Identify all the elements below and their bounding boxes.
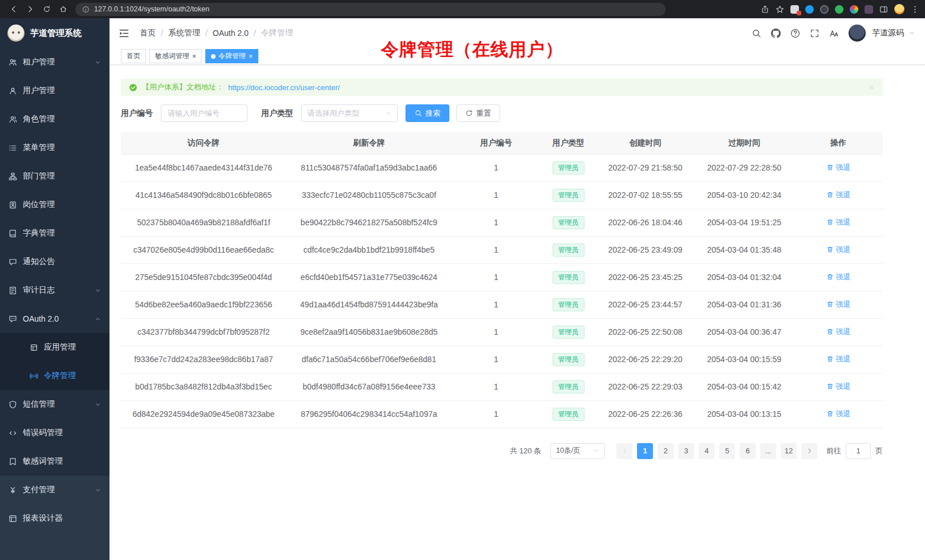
pagination-page-3[interactable]: 3	[678, 443, 694, 459]
pagination-next-button[interactable]	[801, 443, 817, 459]
bookmark-star-icon[interactable]	[776, 5, 784, 14]
tab-sensitive-word[interactable]: 敏感词管理×	[149, 49, 202, 63]
browser-forward-button[interactable]	[22, 2, 38, 17]
tab-close-icon[interactable]: ×	[192, 53, 196, 60]
search-icon[interactable]	[752, 29, 761, 38]
extension-icon[interactable]	[805, 5, 814, 14]
user-id-input[interactable]	[161, 104, 248, 122]
tab-close-icon[interactable]: ×	[249, 53, 253, 60]
breadcrumb-item[interactable]: 首页	[140, 28, 156, 38]
sidebar-item-post[interactable]: 岗位管理	[0, 190, 109, 219]
share-icon[interactable]	[761, 5, 769, 14]
extension-icon[interactable]	[790, 5, 799, 14]
sidebar-item-tenant[interactable]: 租户管理	[0, 48, 109, 76]
sidebar-item-audit-log[interactable]: 审计日志	[0, 276, 109, 305]
extensions-puzzle-icon[interactable]	[865, 5, 873, 14]
sidebar-item-notice[interactable]: 通知公告	[0, 247, 109, 276]
tab-home[interactable]: 首页	[121, 49, 146, 63]
table-row: 275e5de9151045fe87cbdc395e004f4de6cfd40e…	[121, 263, 883, 291]
breadcrumb-item[interactable]: OAuth 2.0	[213, 29, 249, 38]
breadcrumb-item[interactable]: 系统管理	[168, 28, 200, 38]
sidebar-item-sensitive-word[interactable]: 敏感词管理	[0, 447, 109, 476]
browser-home-button[interactable]	[55, 2, 71, 17]
close-icon[interactable]	[869, 84, 875, 91]
sidebar-item-pay[interactable]: 支付管理	[0, 476, 109, 504]
site-info-icon[interactable]	[82, 6, 90, 13]
sidebar-item-sms[interactable]: 短信管理	[0, 390, 109, 419]
force-logout-button[interactable]: 强退	[826, 190, 851, 200]
table-row: b0d1785bc3a8482f812db4a3f3bd15ecb0df4980…	[121, 373, 883, 400]
user-type-tag: 管理员	[553, 244, 585, 257]
extension-icon[interactable]	[835, 5, 843, 14]
force-logout-button[interactable]: 强退	[826, 299, 851, 310]
reload-icon	[43, 5, 51, 13]
sidebar-item-dict[interactable]: 字典管理	[0, 219, 109, 247]
table-column-header-3: 用户类型	[541, 132, 596, 154]
sidebar-item-dept[interactable]: 部门管理	[0, 162, 109, 190]
pagination-prev-button[interactable]	[616, 443, 632, 459]
doc-link[interactable]: https://doc.iocoder.cn/user-center/	[228, 83, 340, 92]
app-logo-bar[interactable]: 芋道管理系统	[0, 18, 109, 48]
force-logout-button[interactable]: 强退	[826, 163, 851, 173]
force-logout-button[interactable]: 强退	[826, 327, 851, 337]
sidebar-item-oauth2-app[interactable]: 应用管理	[0, 333, 109, 362]
sidebar-item-error-code[interactable]: 错误码管理	[0, 419, 109, 447]
app-title: 芋道管理系统	[30, 28, 82, 39]
sidebar-menu: 租户管理用户管理角色管理菜单管理部门管理岗位管理字典管理通知公告审计日志OAut…	[0, 48, 109, 476]
reset-button[interactable]: 重置	[456, 104, 500, 122]
pagination-page-5[interactable]: 5	[719, 443, 735, 459]
force-logout-button[interactable]: 强退	[826, 409, 851, 419]
search-button[interactable]: 搜索	[405, 104, 449, 122]
pagination-page-1[interactable]: 1	[637, 443, 653, 459]
browser-back-button[interactable]	[6, 2, 21, 17]
force-logout-button[interactable]: 强退	[826, 354, 851, 364]
fullscreen-icon[interactable]	[810, 29, 819, 38]
force-logout-button[interactable]: 强退	[826, 272, 851, 282]
browser-reload-button[interactable]	[39, 2, 54, 17]
sidebar-item-user[interactable]: 用户管理	[0, 76, 109, 105]
user-type-select[interactable]: 请选择用户类型	[301, 104, 398, 122]
refresh-token-cell: cdfc4ce9c2da4bb1bdf21b9918ff4be5	[286, 236, 452, 263]
forward-icon	[26, 5, 34, 13]
pagination-page-4[interactable]: 4	[699, 443, 715, 459]
sidebar-item-label: 错误码管理	[23, 428, 63, 438]
table-row: 41c41346a548490f9dc8b01c6bfe0865333ecfc7…	[121, 181, 883, 209]
sidebar-item-oauth2[interactable]: OAuth 2.0	[0, 305, 109, 333]
pagination-page-2[interactable]: 2	[658, 443, 674, 459]
browser-profile-avatar[interactable]	[894, 4, 904, 14]
url-bar[interactable]: 127.0.0.1:1024/system/oauth2/token	[75, 3, 666, 16]
errcode-icon	[9, 429, 17, 437]
pagination-ellipsis[interactable]: ...	[760, 443, 776, 459]
help-icon[interactable]	[790, 29, 800, 38]
github-icon[interactable]	[771, 29, 781, 38]
extension-icon[interactable]	[820, 5, 829, 14]
goto-page-input[interactable]	[846, 443, 871, 459]
force-logout-button[interactable]: 强退	[826, 382, 851, 392]
force-logout-button[interactable]: 强退	[826, 217, 851, 228]
user-type-tag: 管理员	[553, 216, 585, 229]
sidebar-item-report[interactable]: 报表设计器	[0, 504, 109, 533]
pagination-page-6[interactable]: 6	[740, 443, 756, 459]
table-row: 502375b8040a469a9b82188afdf6af1fbe90422b…	[121, 209, 883, 236]
search-button-label: 搜索	[425, 108, 440, 119]
font-size-icon[interactable]	[829, 29, 839, 38]
collapse-sidebar-icon[interactable]	[119, 28, 129, 39]
user-avatar[interactable]	[849, 25, 866, 42]
force-logout-button[interactable]: 强退	[826, 245, 851, 255]
sidebar-item-role[interactable]: 角色管理	[0, 105, 109, 133]
extension-icon[interactable]	[850, 5, 858, 14]
page-size-select[interactable]: 10条/页	[550, 443, 605, 459]
sidebar-item-menu[interactable]: 菜单管理	[0, 133, 109, 162]
user-name[interactable]: 芋道源码	[872, 28, 904, 38]
pagination-page-12[interactable]: 12	[781, 443, 797, 459]
browser-menu-icon[interactable]	[911, 5, 919, 14]
action-cell: 强退	[794, 373, 883, 400]
side-panel-icon[interactable]	[879, 5, 888, 14]
pagination: 共 120 条 10条/页 123456...12 前往 页	[121, 443, 883, 459]
tab-oauth2-token[interactable]: 令牌管理×	[205, 49, 258, 63]
sidebar-item-label: 岗位管理	[23, 200, 55, 210]
trash-icon	[826, 355, 834, 363]
chevron-down-icon[interactable]	[909, 30, 915, 36]
audit-icon	[9, 286, 17, 295]
sidebar-item-oauth2-token[interactable]: 令牌管理	[0, 362, 109, 390]
